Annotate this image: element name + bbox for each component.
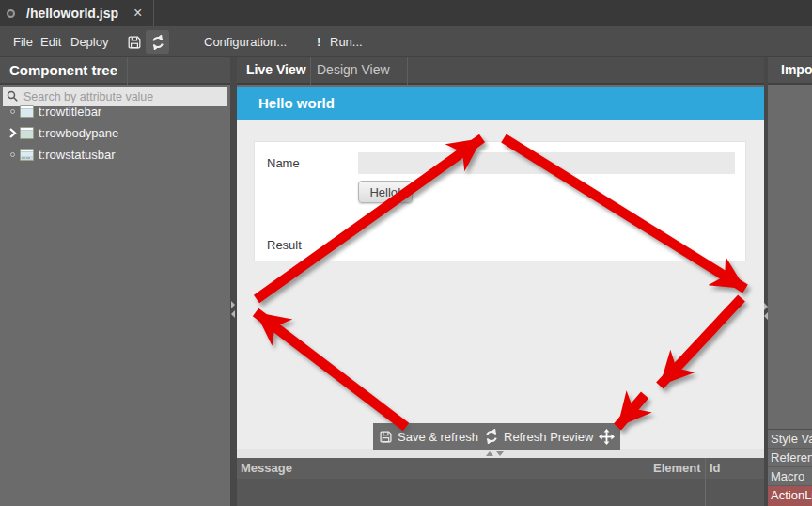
save-icon bbox=[127, 35, 142, 50]
refresh-icon bbox=[150, 35, 165, 50]
palette-item-list: Style Va Referen Macro ActionLi bbox=[768, 429, 812, 506]
component-tree-panel: Component tree t:rowtitlebar bbox=[0, 57, 230, 506]
move-toolbar-handle[interactable] bbox=[599, 429, 615, 445]
preview-title-bar: Hello world bbox=[237, 87, 764, 120]
palette-item-style-variables[interactable]: Style Va bbox=[768, 430, 812, 449]
refresh-preview-button[interactable]: Refresh Preview bbox=[484, 429, 593, 444]
component-tree-title: Component tree bbox=[0, 57, 230, 85]
column-element: Element bbox=[653, 458, 701, 479]
palette-panel-title: Impo bbox=[768, 57, 812, 85]
refresh-icon bbox=[484, 429, 499, 444]
preview-toolbar: Save & refresh Refresh Preview bbox=[373, 423, 620, 450]
palette-item-actionlistener[interactable]: ActionLi bbox=[768, 486, 812, 506]
document-tab[interactable]: /helloworld.jsp bbox=[26, 0, 118, 26]
refresh-button[interactable] bbox=[146, 30, 169, 54]
leaf-bullet-icon bbox=[5, 152, 20, 157]
menu-bar: File Edit Deploy Configuration... ! Run bbox=[0, 26, 812, 57]
tab-separator bbox=[310, 57, 311, 85]
editor-area: Live View Design View Hello world Name H… bbox=[237, 57, 764, 506]
save-refresh-button[interactable]: Save & refresh bbox=[379, 430, 478, 444]
component-tree-list: t:rowtitlebar t:rowbodypane t:rowstatusb… bbox=[0, 101, 230, 166]
run-exclamation-icon: ! bbox=[317, 26, 320, 57]
name-label: Name bbox=[267, 156, 300, 170]
save-button[interactable] bbox=[122, 30, 146, 54]
expand-up-icon[interactable] bbox=[486, 451, 493, 456]
move-icon bbox=[599, 429, 615, 445]
result-label: Result bbox=[267, 238, 302, 252]
tab-live-view[interactable]: Live View bbox=[246, 57, 306, 83]
tab-separator bbox=[407, 57, 408, 85]
collapse-left-icon[interactable] bbox=[231, 310, 235, 318]
editor-tab-bar: Live View Design View bbox=[237, 57, 764, 85]
messages-header-row: Message Element Id bbox=[237, 458, 764, 479]
column-message: Message bbox=[241, 458, 292, 479]
bodypane-component-icon bbox=[20, 127, 34, 139]
tree-item-rowtitlebar[interactable]: t:rowtitlebar bbox=[0, 101, 230, 122]
menu-edit[interactable]: Edit bbox=[40, 26, 61, 57]
preview-form-panel: Name Hello! Result bbox=[254, 141, 746, 261]
palette-item-macro[interactable]: Macro bbox=[768, 467, 812, 486]
collapse-down-icon[interactable] bbox=[496, 451, 504, 456]
header-separator bbox=[127, 57, 128, 85]
chevron-right-icon[interactable] bbox=[5, 128, 20, 138]
hello-button[interactable]: Hello! bbox=[358, 181, 413, 203]
column-divider bbox=[705, 458, 706, 506]
column-id: Id bbox=[710, 458, 721, 479]
close-tab-icon[interactable]: × bbox=[133, 0, 142, 26]
menu-deploy[interactable]: Deploy bbox=[70, 26, 108, 57]
tree-item-rowstatusbar[interactable]: t:rowstatusbar bbox=[0, 144, 230, 166]
configuration-button[interactable]: Configuration... bbox=[204, 26, 287, 57]
panel-resize-gutter[interactable] bbox=[237, 449, 764, 458]
name-input[interactable] bbox=[358, 152, 735, 174]
palette-item-references[interactable]: Referen bbox=[768, 449, 812, 467]
collapse-right-icon[interactable] bbox=[231, 301, 235, 308]
messages-list bbox=[237, 479, 764, 506]
statusbar-component-icon bbox=[20, 149, 34, 161]
column-divider bbox=[648, 458, 648, 506]
titlebar-component-icon bbox=[20, 105, 34, 118]
live-preview-canvas: Name Hello! Result Save & refresh bbox=[237, 120, 764, 449]
document-tab-bar: /helloworld.jsp × bbox=[0, 0, 812, 26]
save-icon bbox=[379, 430, 393, 444]
menu-file[interactable]: File bbox=[13, 26, 33, 57]
palette-panel: Impo Style Va Referen Macro ActionLi bbox=[768, 57, 812, 506]
modified-indicator-icon bbox=[7, 9, 15, 18]
application-window: /helloworld.jsp × File Edit Deploy bbox=[0, 0, 812, 506]
run-button[interactable]: Run... bbox=[330, 26, 363, 57]
leaf-bullet-icon bbox=[5, 109, 20, 114]
tab-design-view[interactable]: Design View bbox=[317, 57, 390, 83]
tab-separator bbox=[153, 0, 154, 26]
tree-item-rowbodypane[interactable]: t:rowbodypane bbox=[0, 122, 230, 144]
left-splitter[interactable] bbox=[230, 57, 237, 506]
